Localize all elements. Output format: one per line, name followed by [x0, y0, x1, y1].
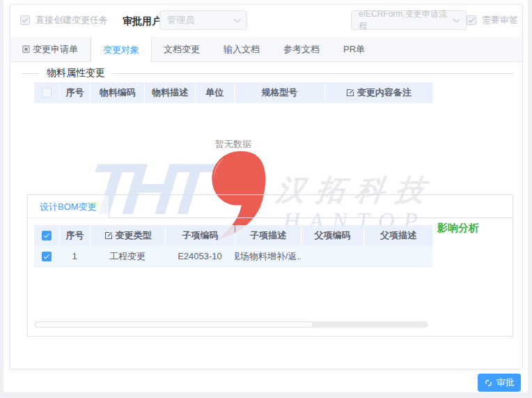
select-all-cell[interactable]	[34, 225, 59, 246]
tab-label: 输入文档	[224, 37, 260, 61]
approve-button[interactable]: 审批	[478, 374, 521, 392]
direct-task-checkbox[interactable]: 直接创建变更任务	[20, 14, 108, 26]
tab-reference-documents[interactable]: 参考文档	[272, 37, 331, 61]
tab-label: 变更申请单	[33, 37, 78, 61]
approve-sync-icon	[484, 378, 493, 388]
edit-icon	[104, 231, 113, 240]
tab-pr-order[interactable]: PR单	[331, 37, 377, 61]
countersign-checkbox[interactable]: 需要审签	[467, 14, 518, 26]
column-header: 子项编码	[166, 225, 235, 246]
tab-label: PR单	[343, 37, 365, 61]
empty-state-text: 暂无数据	[34, 138, 432, 151]
column-header: 子项描述	[235, 225, 301, 246]
cell-parent-desc	[363, 246, 432, 266]
tab-label: 设计BOM变更	[40, 201, 97, 213]
main-tabbar: 变更申请单 变更对象 文档变更 输入文档 参考文档 PR单	[10, 37, 522, 62]
cell-child-desc: 现场物料增补/返...	[235, 246, 301, 266]
chevron-down-icon	[453, 16, 460, 23]
approver-select-value: 管理员	[167, 14, 194, 26]
cell-child-code: E24053-10	[165, 246, 235, 266]
checkbox-checked-icon	[42, 252, 52, 261]
column-header: 父项描述	[364, 225, 432, 246]
cell-parent-code	[301, 246, 363, 266]
column-header: 单位	[196, 82, 234, 103]
ecr-dialog: 审批 THT 汉拓科技 HANTOP 直接创建变更任务 审批用户: 管理员	[3, 0, 528, 392]
column-header: 变更类型	[91, 225, 165, 246]
form-icon	[22, 45, 30, 53]
approve-button-label: 审批	[496, 376, 515, 389]
cell-seq: 1	[59, 246, 90, 266]
ecr-card: THT 汉拓科技 HANTOP 直接创建变更任务 审批用户: 管理员	[10, 4, 523, 369]
column-header: 序号	[60, 82, 91, 103]
bom-table: 序号 变更类型 子项编码 子项描述 父项编码 父项描述	[34, 225, 432, 267]
tab-design-bom-change[interactable]: 设计BOM变更	[28, 195, 109, 218]
impact-analysis-label: 影响分析	[437, 222, 479, 235]
bom-table-header: 序号 变更类型 子项编码 子项描述 父项编码 父项描述	[34, 225, 432, 246]
tab-document-change[interactable]: 文档变更	[152, 37, 212, 61]
column-header: 父项编码	[302, 225, 363, 246]
checkbox-unchecked-icon	[42, 88, 52, 98]
tab-change-objects[interactable]: 变更对象	[91, 37, 152, 62]
approver-select[interactable]: 管理员	[159, 10, 247, 30]
bom-tabstrip: 设计BOM变更	[28, 195, 513, 218]
tab-label: 参考文档	[283, 37, 320, 61]
tab-change-request-form[interactable]: 变更申请单	[10, 37, 91, 61]
workflow-select-value: eIECRForm,变更申请流程	[359, 8, 454, 32]
material-table-header: 序号 物料编码 物料描述 单位 规格型号 变更内容备注	[34, 82, 432, 103]
direct-task-label: 直接创建变更任务	[36, 14, 108, 26]
approver-label: 审批用户:	[123, 15, 165, 28]
horizontal-scrollbar-thumb[interactable]	[35, 321, 313, 328]
checkbox-checked-icon	[42, 231, 52, 240]
column-header: 物料描述	[145, 82, 194, 103]
column-header: 序号	[60, 225, 91, 246]
tab-label: 变更对象	[103, 38, 139, 62]
horizontal-scrollbar[interactable]	[34, 321, 428, 328]
edit-icon	[346, 89, 354, 97]
material-table: 序号 物料编码 物料描述 单位 规格型号 变更内容备注	[34, 82, 432, 103]
column-header: 物料编码	[91, 82, 144, 103]
checkbox-checked-disabled-icon	[20, 15, 30, 25]
toolbar: 直接创建变更任务 审批用户: 管理员 eIECRForm,变更申请流程 需要审签	[10, 5, 522, 37]
chevron-down-icon	[234, 16, 241, 23]
column-header: 变更内容备注	[325, 82, 432, 103]
checkbox-checked-disabled-icon	[467, 15, 476, 25]
workflow-select[interactable]: eIECRForm,变更申请流程	[351, 10, 467, 30]
countersign-label: 需要审签	[482, 14, 518, 26]
tab-label: 文档变更	[164, 37, 200, 61]
material-section-divider: 物料属性变更	[22, 67, 514, 79]
cell-change-type: 工程变更	[90, 246, 165, 266]
tab-input-documents[interactable]: 输入文档	[212, 37, 272, 61]
bom-table-row[interactable]: 1 工程变更 E24053-10 现场物料增补/返...	[34, 246, 432, 267]
column-header: 规格型号	[235, 82, 324, 103]
row-select-cell[interactable]	[34, 246, 59, 266]
material-section-title: 物料属性变更	[40, 67, 112, 79]
select-all-cell[interactable]	[34, 82, 59, 103]
